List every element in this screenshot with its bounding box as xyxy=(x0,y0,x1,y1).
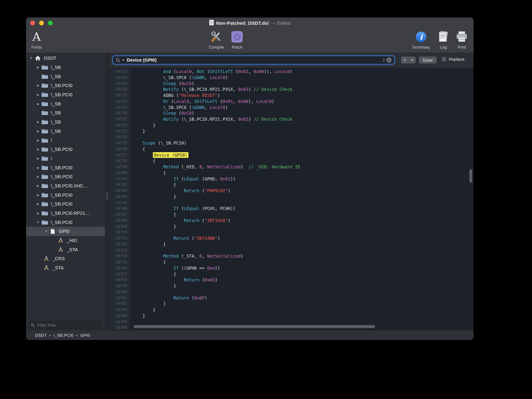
print-button[interactable]: Print xyxy=(452,29,472,50)
tree-item-sta[interactable]: _STA xyxy=(26,263,105,273)
breadcrumb-item[interactable]: DSDT xyxy=(35,333,47,338)
search-icon xyxy=(116,58,120,63)
document-icon xyxy=(209,20,214,27)
tree-item-sbpci0[interactable]: ▶\_SB.PCI0 xyxy=(26,145,105,154)
disclosure-down-icon[interactable]: ▼ xyxy=(28,57,34,60)
code-text: } xyxy=(130,194,176,200)
code-text: Method (_HID, 0, NotSerialized) // _HID:… xyxy=(130,164,300,170)
tree-item-crs[interactable]: _CRS xyxy=(26,254,105,263)
folder-icon xyxy=(41,65,48,70)
folder-icon xyxy=(41,138,48,143)
search-options-chevron-icon[interactable] xyxy=(122,59,125,61)
disclosure-right-icon[interactable]: ▶ xyxy=(35,102,41,105)
disclosure-right-icon[interactable]: ▶ xyxy=(35,130,41,133)
tree-item-[interactable]: ▶\ xyxy=(26,136,105,145)
tree-item-gpi0[interactable]: ▼GPI0 xyxy=(26,227,105,236)
disclosure-right-icon[interactable]: ▶ xyxy=(35,175,41,178)
code-text: { xyxy=(130,259,166,265)
line-number: 16729 xyxy=(109,105,130,111)
line-number: 16766 xyxy=(109,325,130,330)
tree-item-sb[interactable]: \_SB xyxy=(26,72,105,81)
tree-item-sb[interactable]: ▶\_SB xyxy=(26,118,105,127)
disclosure-right-icon[interactable]: ▶ xyxy=(35,202,41,206)
find-next-button[interactable]: > xyxy=(408,57,416,64)
disclosure-right-icon[interactable]: ▶ xyxy=(35,193,41,197)
line-number: 16728 xyxy=(109,98,130,105)
line-number: 16738 xyxy=(109,158,130,164)
disclosure-right-icon[interactable]: ▶ xyxy=(35,212,41,215)
summary-button[interactable]: i Summary xyxy=(409,29,433,50)
code-text: { xyxy=(130,182,176,188)
vertical-scrollbar-thumb[interactable] xyxy=(469,169,472,183)
tree-item-sbpci0[interactable]: ▶\_SB.PCI0 xyxy=(26,190,105,200)
disclosure-right-icon[interactable]: ▶ xyxy=(35,148,41,151)
minimize-button[interactable] xyxy=(39,21,44,25)
tree-item-sbpci0[interactable]: ▶\_SB.PCI0 xyxy=(26,200,105,209)
line-number: 16748 xyxy=(109,218,130,224)
tree-item-label: \_SB.PCI0 xyxy=(51,193,72,198)
disclosure-right-icon[interactable]: ▶ xyxy=(35,166,41,169)
tree-item-sbpci0rp21[interactable]: ▶\_SB.PCI0.RP21… xyxy=(26,209,105,218)
breadcrumb-separator-icon: ▸ xyxy=(49,333,51,337)
tree-item-sb[interactable]: ▶\_SB xyxy=(26,99,105,108)
disclosure-right-icon[interactable]: ▶ xyxy=(35,120,41,124)
line-number: 16723 xyxy=(109,69,130,75)
clear-search-icon[interactable]: × xyxy=(386,57,392,63)
disclosure-right-icon[interactable]: ▶ xyxy=(35,66,41,69)
code-text: Return ("PNP0C02") xyxy=(130,188,230,194)
patch-button[interactable]: Patch xyxy=(227,29,247,50)
log-button[interactable]: Log xyxy=(435,29,452,50)
code-editor[interactable]: 16723 And (Local0, Not (ShiftLeft (0x01,… xyxy=(109,68,474,330)
close-button[interactable] xyxy=(30,21,35,25)
code-text: } xyxy=(130,224,176,230)
line-number: 16745 xyxy=(109,200,130,206)
done-button[interactable]: Done xyxy=(419,57,437,64)
tree-item-sbpci0[interactable]: ▼\_SB.PCI0 xyxy=(26,218,105,227)
split-handle[interactable] xyxy=(106,192,108,200)
code-line: 16765 xyxy=(109,319,474,325)
tree-item-[interactable]: ▶\ xyxy=(26,154,105,163)
code-line: 16739 Method (_HID, 0, NotSerialized) //… xyxy=(109,164,474,170)
code-text: } xyxy=(130,301,166,307)
tree-item-sb[interactable]: \_SB xyxy=(26,108,105,118)
filter-tree-input[interactable] xyxy=(29,321,102,329)
disclosure-right-icon[interactable]: ▶ xyxy=(35,184,41,187)
replace-checkbox[interactable] xyxy=(442,57,447,62)
fonts-button[interactable]: A Fonts xyxy=(27,29,46,50)
tree-item-sb[interactable]: ▶\_SB xyxy=(26,127,105,136)
tree-item-label: \_SB.PCI0 xyxy=(51,92,72,97)
breadcrumb-item[interactable]: \_SB.PCI0 xyxy=(53,333,73,338)
code-text xyxy=(130,319,132,325)
tree-item-hid[interactable]: _HID xyxy=(26,236,105,245)
tree-item-sb[interactable]: ▶\_SB xyxy=(26,63,105,72)
folder-icon xyxy=(41,101,48,106)
tree-item-sbpci0[interactable]: ▶\_SB.PCI0 xyxy=(26,90,105,99)
tree-item-label: \_SB xyxy=(51,119,61,125)
disclosure-right-icon[interactable]: ▶ xyxy=(35,139,41,142)
tree-item-sta[interactable]: _STA xyxy=(26,245,105,254)
line-number: 16737 xyxy=(109,152,130,158)
zoom-button[interactable] xyxy=(48,21,53,25)
find-previous-button[interactable]: < xyxy=(401,57,408,64)
disclosure-down-icon[interactable]: ▼ xyxy=(43,230,49,233)
horizontal-scrollbar-thumb[interactable] xyxy=(133,325,375,328)
tree-item-dsdt[interactable]: ▼DSDT xyxy=(26,54,105,63)
tree-item-sbpci0[interactable]: ▶\_SB.PCI0 xyxy=(26,163,105,172)
split-divider[interactable] xyxy=(105,53,109,330)
disclosure-right-icon[interactable]: ▶ xyxy=(35,93,41,96)
tree-item-sbpci0[interactable]: ▶\_SB.PCI0 xyxy=(26,81,105,90)
breadcrumb-item[interactable]: GPI0 xyxy=(80,333,90,338)
line-number: 16754 xyxy=(109,253,130,259)
disclosure-down-icon[interactable]: ▼ xyxy=(35,221,41,224)
search-input[interactable] xyxy=(126,57,381,63)
line-number: 16732 xyxy=(109,122,130,128)
code-text: } xyxy=(130,122,155,128)
folder-icon xyxy=(41,92,48,97)
tree-item-sbpci0xhc[interactable]: ▶\_SB.PCI0.XHC… xyxy=(26,181,105,191)
disclosure-right-icon[interactable]: ▶ xyxy=(35,84,41,87)
compile-button[interactable]: Compile xyxy=(204,29,229,50)
disclosure-right-icon[interactable]: ▶ xyxy=(35,157,41,160)
tree-item-sbpci0[interactable]: ▶\_SB.PCI0 xyxy=(26,172,105,181)
window-edited-suffix: — Edited xyxy=(271,20,291,26)
line-number: 16747 xyxy=(109,212,130,218)
